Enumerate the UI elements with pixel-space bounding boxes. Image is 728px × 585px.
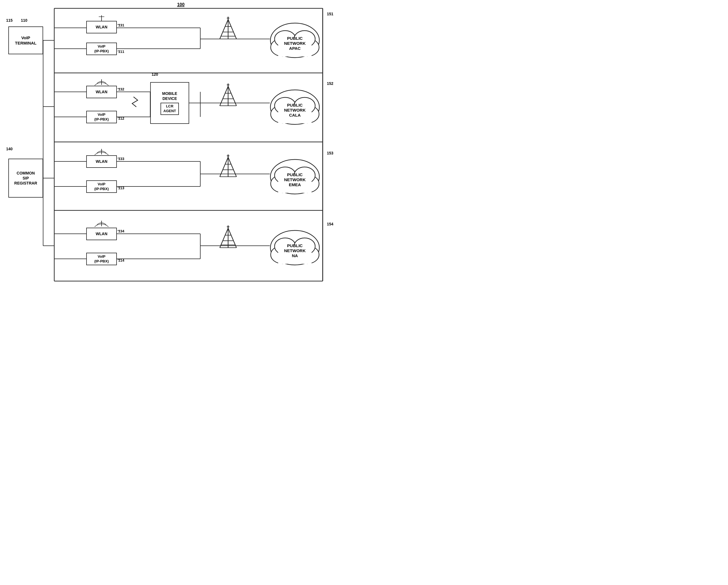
svg-text:133: 133 <box>118 157 124 161</box>
svg-text:100: 100 <box>177 2 185 7</box>
voip-113-box: VoIP(IP-PBX) <box>86 180 117 193</box>
svg-text:PUBLIC: PUBLIC <box>287 103 303 107</box>
voip-111-box: VoIP(IP-PBX) <box>86 43 117 55</box>
svg-text:134: 134 <box>118 229 124 233</box>
wlan-133-box: WLAN <box>86 155 117 168</box>
svg-text:152: 152 <box>327 81 334 86</box>
wlan-132-box: WLAN <box>86 86 117 98</box>
svg-text:PUBLIC: PUBLIC <box>287 243 303 248</box>
svg-text:114: 114 <box>118 258 124 262</box>
svg-text:NETWORK: NETWORK <box>284 108 306 112</box>
svg-text:PUBLIC: PUBLIC <box>287 36 303 41</box>
svg-text:140: 140 <box>6 147 13 151</box>
wlan-131-box: WLAN <box>86 21 117 33</box>
svg-text:153: 153 <box>327 151 334 155</box>
voip-terminal-label: VoIPTERMINAL <box>15 35 37 46</box>
svg-text:112: 112 <box>118 116 124 121</box>
svg-text:110: 110 <box>21 18 28 23</box>
network-diagram: PUBLIC NETWORK APAC PUBLIC NETWORK CALA … <box>0 0 364 292</box>
svg-text:115: 115 <box>6 18 13 23</box>
svg-text:NETWORK: NETWORK <box>284 248 306 253</box>
svg-text:NA: NA <box>292 253 298 258</box>
mobile-device-box: MOBILEDEVICE LCRAGENT <box>150 82 189 124</box>
svg-text:NETWORK: NETWORK <box>284 41 306 46</box>
voip-112-box: VoIP(IP-PBX) <box>86 111 117 123</box>
voip-terminal-box: VoIPTERMINAL <box>8 26 43 54</box>
svg-text:EMEA: EMEA <box>289 182 301 187</box>
svg-text:154: 154 <box>327 222 334 226</box>
voip-114-box: VoIP(IP-PBX) <box>86 253 117 265</box>
svg-text:131: 131 <box>118 23 124 27</box>
svg-text:120: 120 <box>152 72 158 77</box>
svg-text:132: 132 <box>118 87 124 91</box>
common-sip-registrar-box: COMMONSIPREGISTRAR <box>8 159 43 198</box>
svg-text:151: 151 <box>327 12 334 16</box>
svg-text:CALA: CALA <box>289 113 301 118</box>
svg-text:APAC: APAC <box>289 46 301 51</box>
common-sip-registrar-label: COMMONSIPREGISTRAR <box>14 171 37 186</box>
svg-text:111: 111 <box>118 50 124 54</box>
svg-text:NETWORK: NETWORK <box>284 177 306 182</box>
wlan-134-box: WLAN <box>86 228 117 240</box>
svg-text:PUBLIC: PUBLIC <box>287 172 303 177</box>
svg-text:113: 113 <box>118 186 124 190</box>
